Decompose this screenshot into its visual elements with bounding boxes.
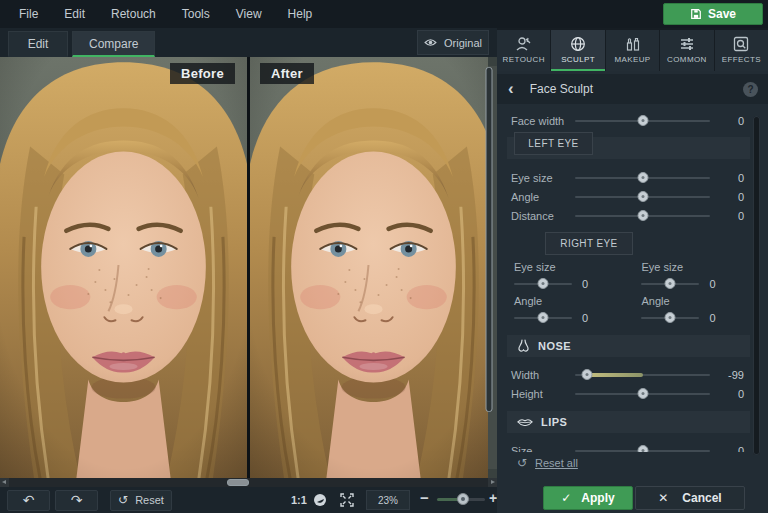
reset-button[interactable]: ↺ Reset	[110, 490, 172, 511]
nose-height-slider-row: Height 0	[511, 385, 744, 402]
tab-retouch[interactable]: RETOUCH	[497, 30, 550, 71]
left-eye-angle-slider[interactable]	[514, 317, 572, 319]
right-eye-angle-value: 0	[709, 312, 715, 324]
eye-angle-slider[interactable]	[575, 196, 710, 198]
menu-edit[interactable]: Edit	[51, 0, 98, 28]
face-width-value: 0	[722, 115, 744, 127]
undo-icon: ↶	[23, 493, 35, 507]
eye-angle-slider-thumb[interactable]	[637, 191, 648, 202]
scroll-down-arrow-icon[interactable]	[488, 469, 497, 478]
face-width-slider[interactable]	[575, 120, 710, 122]
left-eye-angle-slider-thumb[interactable]	[538, 312, 549, 323]
zoom-slider-thumb[interactable]	[457, 493, 469, 505]
left-eye-size-slider[interactable]	[514, 283, 572, 285]
nose-width-slider[interactable]	[575, 374, 710, 376]
scroll-up-arrow-icon[interactable]	[488, 57, 497, 66]
after-badge: After	[260, 63, 314, 84]
face-width-slider-thumb[interactable]	[637, 115, 648, 126]
fullscreen-icon[interactable]	[340, 493, 354, 507]
scroll-left-arrow-icon[interactable]	[0, 478, 9, 487]
compare-view-tab[interactable]: Compare	[72, 31, 155, 57]
nose-section-title: NOSE	[538, 340, 571, 352]
after-image[interactable]: After	[250, 57, 497, 478]
right-eye-button[interactable]: RIGHT EYE	[545, 232, 633, 255]
editor-left-area: Edit Compare Original Before After	[0, 28, 497, 513]
tab-sculpt[interactable]: SCULPT	[551, 30, 604, 71]
tab-common-label: COMMON	[667, 55, 707, 64]
horizontal-scroll-thumb[interactable]	[227, 479, 249, 486]
eye-size-slider[interactable]	[575, 177, 710, 179]
left-eye-size-slider-thumb[interactable]	[538, 278, 549, 289]
left-eye-column: Eye size 0 Angle 0	[511, 261, 618, 325]
nose-width-slider-thumb[interactable]	[582, 369, 593, 380]
apply-label: Apply	[581, 491, 614, 505]
eye-icon	[424, 38, 437, 47]
original-button[interactable]: Original	[417, 30, 489, 55]
zoom-out-button[interactable]: −	[420, 489, 429, 506]
tab-sculpt-label: SCULPT	[561, 55, 595, 64]
cancel-button[interactable]: ✕ Cancel	[635, 486, 745, 510]
menu-help[interactable]: Help	[275, 0, 326, 28]
right-eye-size-value: 0	[709, 278, 715, 290]
tab-effects-label: EFFECTS	[722, 55, 761, 64]
nose-height-value: 0	[722, 388, 744, 400]
before-image[interactable]: Before	[0, 57, 247, 478]
nose-width-value: -99	[722, 369, 744, 381]
reset-all-link[interactable]: ↺ Reset all	[517, 457, 578, 469]
right-eye-size-slider[interactable]	[641, 283, 699, 285]
nose-height-slider-thumb[interactable]	[637, 388, 648, 399]
view-toolbar: Edit Compare Original	[0, 28, 497, 57]
back-icon[interactable]: ‹	[508, 80, 514, 97]
save-button[interactable]: Save	[663, 3, 763, 25]
scroll-right-arrow-icon[interactable]	[488, 478, 497, 487]
menu-view[interactable]: View	[223, 0, 275, 28]
help-icon[interactable]: ?	[743, 82, 758, 97]
nose-height-slider[interactable]	[575, 393, 710, 395]
panel-title: Face Sculpt	[530, 82, 593, 96]
apply-button[interactable]: ✓ Apply	[543, 486, 633, 510]
zoom-in-button[interactable]: +	[489, 490, 497, 506]
footer-buttons: ✓ Apply ✕ Cancel	[543, 486, 745, 510]
tab-effects[interactable]: EFFECTS	[715, 30, 768, 71]
eye-distance-slider[interactable]	[575, 215, 710, 217]
lips-size-label: Size	[511, 445, 569, 453]
canvas-vertical-scrollbar[interactable]	[488, 57, 497, 478]
redo-button[interactable]: ↷	[55, 490, 98, 511]
menu-retouch[interactable]: Retouch	[98, 0, 169, 28]
eye-size-slider-thumb[interactable]	[637, 172, 648, 183]
canvas-horizontal-scrollbar[interactable]	[0, 478, 497, 487]
menu-bar: File Edit Retouch Tools View Help Save	[0, 0, 768, 28]
left-eye-angle-value: 0	[582, 312, 588, 324]
effects-icon	[733, 36, 749, 52]
lips-section-header: LIPS	[507, 411, 750, 433]
menu-file[interactable]: File	[6, 0, 51, 28]
eye-size-value: 0	[722, 172, 744, 184]
bottom-toolbar: ↶ ↷ ↺ Reset 1:1 23% −	[0, 487, 497, 513]
eye-distance-slider-thumb[interactable]	[637, 210, 648, 221]
edit-view-tab[interactable]: Edit	[8, 31, 68, 57]
right-eye-angle-slider[interactable]	[641, 317, 699, 319]
right-eye-angle-slider-thumb[interactable]	[665, 312, 676, 323]
eye-select-buttons: LEFT EYE RIGHT EYE	[511, 232, 744, 255]
tab-makeup[interactable]: MAKEUP	[606, 30, 659, 71]
eye-distance-value: 0	[722, 210, 744, 222]
actual-size-button[interactable]: 1:1	[291, 494, 307, 506]
lips-section-title: LIPS	[541, 416, 567, 428]
right-eye-size-slider-thumb[interactable]	[665, 278, 676, 289]
after-portrait-photo	[250, 57, 497, 478]
lips-section-icon	[517, 417, 533, 427]
eye-distance-slider-row: Distance 0	[511, 207, 744, 224]
fit-to-screen-icon[interactable]	[313, 493, 327, 507]
lips-size-slider-thumb[interactable]	[637, 445, 648, 453]
eye-angle-slider-row: Angle 0	[511, 188, 744, 205]
tab-common[interactable]: COMMON	[660, 30, 713, 71]
compare-canvas: Before After	[0, 57, 497, 478]
left-eye-button[interactable]: LEFT EYE	[514, 132, 593, 155]
zoom-level-field[interactable]: 23%	[366, 490, 410, 510]
panel-scrollbar-thumb[interactable]	[753, 116, 760, 455]
menu-tools[interactable]: Tools	[169, 0, 223, 28]
zoom-slider[interactable]	[437, 498, 485, 501]
zoom-level-value: 23%	[378, 495, 398, 506]
vertical-scroll-thumb[interactable]	[486, 67, 493, 412]
undo-button[interactable]: ↶	[7, 490, 50, 511]
